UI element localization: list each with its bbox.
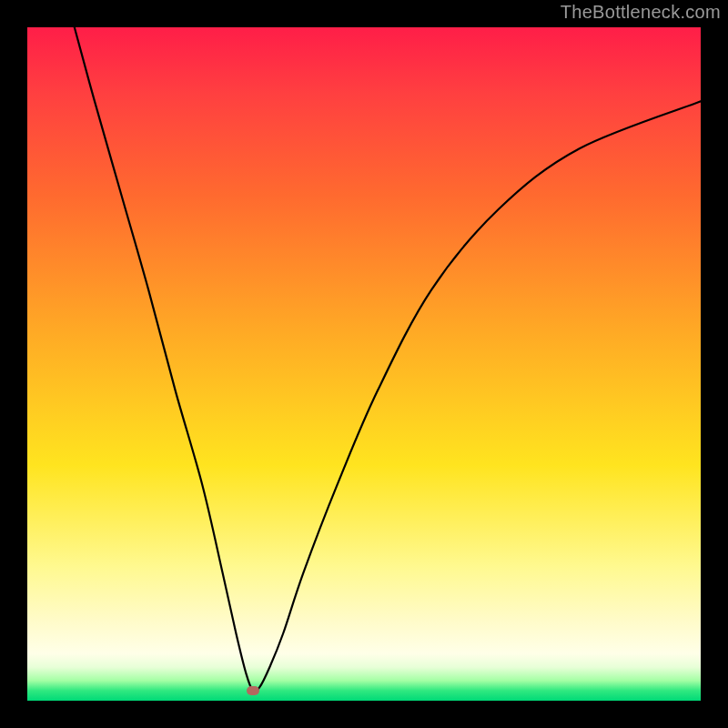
- bottleneck-curve: [27, 27, 701, 701]
- plot-area: [27, 27, 701, 701]
- watermark-text: TheBottleneck.com: [561, 2, 721, 23]
- bottleneck-minimum-marker: [247, 686, 259, 695]
- chart-frame: TheBottleneck.com: [0, 0, 728, 728]
